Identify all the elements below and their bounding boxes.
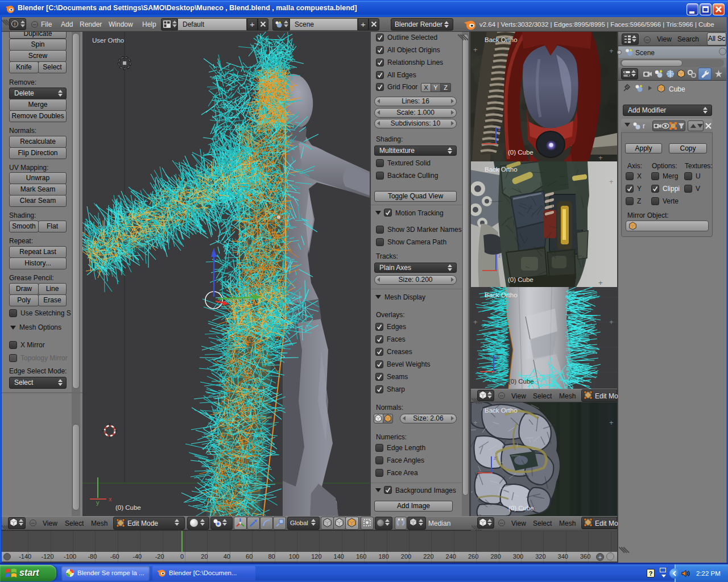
svg-text:+: + [609, 318, 614, 326]
svg-text:User Ortho: User Ortho [92, 37, 124, 44]
svg-text:Back Ortho: Back Ortho [485, 407, 518, 414]
svg-text:z: z [498, 126, 501, 132]
svg-text:Back Ortho: Back Ortho [485, 36, 518, 43]
svg-text:+: + [609, 418, 614, 427]
svg-text:+: + [598, 278, 603, 287]
svg-text:(0) Cube: (0) Cube [115, 504, 141, 511]
svg-text:(0) Cube: (0) Cube [508, 276, 533, 283]
svg-text:z: z [498, 253, 501, 259]
svg-text:+: + [473, 318, 478, 326]
svg-text:Back Ortho: Back Ortho [485, 292, 518, 298]
svg-text:x: x [109, 496, 112, 502]
svg-text:(0) Cube: (0) Cube [508, 149, 533, 156]
svg-text:z: z [494, 455, 497, 461]
svg-text:Back Ortho: Back Ortho [485, 166, 518, 173]
svg-text:+: + [598, 153, 603, 161]
svg-text:(0) Cube: (0) Cube [508, 505, 534, 512]
svg-text:+: + [473, 418, 478, 427]
svg-text:+: + [609, 47, 614, 55]
svg-text:y: y [96, 499, 100, 506]
svg-text:+: + [473, 45, 478, 54]
svg-text:(0) Cube: (0) Cube [508, 378, 534, 385]
svg-text:+: + [609, 177, 614, 186]
svg-text:z: z [496, 354, 499, 360]
